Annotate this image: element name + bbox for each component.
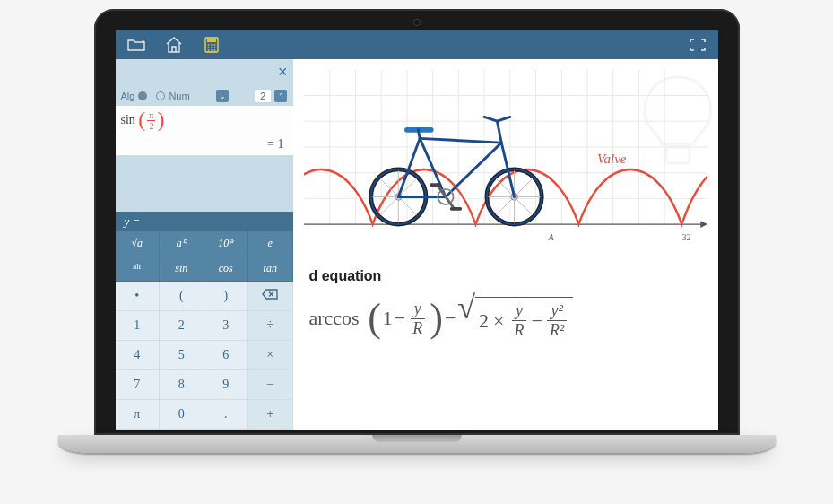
svg-line-48 — [514, 178, 532, 196]
svg-line-50 — [514, 196, 532, 214]
paren-close: ) — [157, 111, 164, 128]
cycloid-graph — [304, 66, 707, 245]
key-tan[interactable]: tan — [248, 256, 293, 282]
num-keypad: • ( ) 1 2 3 ÷ 4 5 6 × 7 8 9 — [116, 282, 293, 430]
calculator-icon[interactable] — [198, 34, 225, 56]
fn-key-row2: alt sin cos tan — [116, 256, 293, 282]
app-toolbar — [116, 30, 718, 59]
key-0[interactable]: 0 — [160, 400, 204, 430]
folder-icon[interactable] — [123, 34, 150, 56]
valve-label: Valve — [597, 152, 626, 167]
key-alt[interactable]: alt — [116, 256, 161, 282]
key-power[interactable]: aᵇ — [160, 231, 204, 256]
eq-one: 1 — [383, 307, 393, 330]
svg-line-43 — [380, 178, 398, 196]
svg-line-39 — [398, 196, 416, 214]
equation-heading: d equation — [309, 268, 707, 284]
calc-history: Alg Num ⌄ 2 ⌃ sin ( π — [116, 59, 293, 212]
svg-point-8 — [207, 49, 209, 51]
mode-alg-dot[interactable] — [138, 91, 147, 100]
svg-point-5 — [207, 47, 209, 48]
eq-arccos: arccos — [309, 307, 360, 330]
frac-ysq: y² — [547, 301, 566, 321]
axis-label-a: A — [549, 232, 554, 242]
svg-line-59 — [420, 138, 501, 143]
key-paren-open[interactable]: ( — [160, 282, 204, 311]
key-9[interactable]: 9 — [204, 370, 249, 400]
svg-rect-1 — [207, 39, 216, 42]
backspace-icon[interactable] — [248, 282, 293, 311]
frac-R2: R — [511, 321, 528, 340]
key-paren-close[interactable]: ) — [204, 282, 249, 311]
frac-Rsq: R² — [546, 321, 568, 340]
eq-frac-y2R2: y² R² — [546, 301, 568, 340]
key-5[interactable]: 5 — [160, 341, 204, 370]
expression-input[interactable]: sin ( π 2 ) — [116, 106, 293, 135]
svg-point-6 — [211, 47, 213, 48]
home-icon[interactable] — [161, 34, 187, 56]
key-cos[interactable]: cos — [204, 256, 249, 282]
eq-minus1: − — [395, 307, 405, 330]
svg-point-2 — [207, 44, 209, 46]
frac-den: 2 — [149, 121, 153, 131]
key-minus[interactable]: − — [248, 370, 293, 400]
frac-num: π — [147, 110, 155, 121]
key-ten-power[interactable]: 10ᵃ — [204, 231, 249, 256]
close-icon[interactable]: × — [278, 63, 288, 82]
mode-num-label: Num — [169, 91, 189, 101]
eq-minus2: − — [445, 307, 456, 330]
frac-y: y — [411, 300, 425, 319]
sqrt-icon: √ — [457, 299, 475, 318]
mode-alg-label: Alg — [121, 91, 135, 101]
key-plus[interactable]: + — [248, 400, 293, 430]
key-sqrt[interactable]: √a — [116, 231, 161, 256]
key-divide[interactable]: ÷ — [248, 311, 293, 341]
svg-line-62 — [418, 130, 420, 139]
key-dot-op[interactable]: • — [116, 282, 161, 311]
svg-line-52 — [496, 196, 514, 214]
step-up-icon[interactable]: ⌃ — [274, 90, 287, 102]
svg-point-4 — [213, 44, 215, 46]
svg-marker-32 — [700, 221, 707, 228]
eq-frac-yR2: y R — [511, 301, 528, 340]
key-2[interactable]: 2 — [160, 311, 204, 341]
mode-num-dot[interactable] — [156, 91, 165, 100]
step-value: 2 — [255, 90, 271, 102]
graph-area[interactable]: Valve A 32 — [304, 66, 707, 246]
key-8[interactable]: 8 — [160, 370, 204, 400]
key-decimal[interactable]: . — [204, 400, 249, 430]
y-equals-row[interactable]: y = — [116, 212, 293, 231]
eq-lparen: ( — [368, 305, 381, 333]
fn-key-row1: √a aᵇ 10ᵃ e — [116, 231, 293, 256]
frac-y2: y — [512, 301, 526, 321]
expr-fraction: π 2 — [147, 110, 155, 131]
key-e[interactable]: e — [248, 231, 293, 256]
workspace: Valve A 32 d equation arccos ( 1 − y R — [293, 59, 718, 430]
svg-line-61 — [497, 121, 501, 143]
step-down-icon[interactable]: ⌄ — [216, 90, 229, 102]
mode-row[interactable]: Alg Num ⌄ 2 ⌃ — [116, 86, 293, 106]
eq-sqrt: √ 2 × y R − y² — [457, 297, 573, 340]
svg-point-3 — [211, 44, 213, 46]
eq-minus3: − — [532, 309, 542, 333]
key-multiply[interactable]: × — [248, 341, 293, 370]
app-screen: × Alg Num ⌄ 2 ⌃ sin ( — [116, 30, 718, 430]
laptop-base — [58, 435, 776, 453]
axis-label-32: 32 — [682, 232, 691, 242]
key-1[interactable]: 1 — [116, 311, 161, 341]
key-6[interactable]: 6 — [204, 341, 249, 370]
key-4[interactable]: 4 — [116, 341, 161, 370]
expression-result: = 1 — [116, 135, 293, 155]
calculator-panel: × Alg Num ⌄ 2 ⌃ sin ( — [116, 59, 293, 430]
result-val: 1 — [278, 137, 284, 151]
eq-times: × — [493, 309, 504, 333]
key-pi[interactable]: π — [116, 400, 161, 430]
key-3[interactable]: 3 — [204, 311, 249, 341]
key-sin[interactable]: sin — [160, 256, 204, 282]
key-7[interactable]: 7 — [116, 370, 161, 400]
eq-two: 2 — [479, 309, 489, 333]
svg-point-7 — [213, 47, 215, 48]
screen-bezel: × Alg Num ⌄ 2 ⌃ sin ( — [94, 9, 740, 435]
equation-display: arccos ( 1 − y R ) − √ — [309, 297, 707, 340]
fullscreen-icon[interactable] — [684, 34, 711, 56]
